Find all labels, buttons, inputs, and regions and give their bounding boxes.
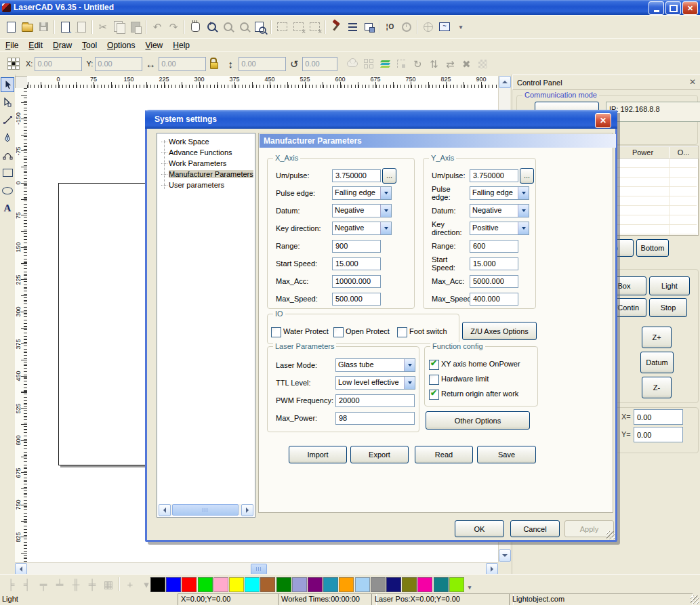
y-axis-datum-select[interactable]: Negative [470,204,529,217]
x-axis-start-speed-input[interactable]: 15.000 [332,257,381,270]
chevron-down-icon[interactable] [380,187,391,199]
chevron-down-icon[interactable] [518,205,529,217]
height-field[interactable]: 0.00 [239,57,286,71]
x-axis-max-speed-input[interactable]: 500.000 [332,293,381,306]
palette-color-swatch[interactable] [166,577,181,592]
chevron-down-icon[interactable] [404,359,415,371]
bottom-button[interactable]: Bottom [636,239,669,257]
control-panel-close-icon[interactable]: ✕ [688,77,697,87]
palette-color-swatch[interactable] [198,577,213,592]
import-icon[interactable]: → [57,18,73,36]
text-tool[interactable]: A [1,201,14,215]
pen-tool[interactable] [1,130,14,145]
menu-tool[interactable]: Tool [82,41,97,50]
zu-axes-options-button[interactable]: Z/U Axes Options [462,322,537,340]
tree-item-manufacturer-parameters[interactable]: Manufacturer Parameters [157,169,255,180]
dialog-title-bar[interactable]: System settings [145,110,617,129]
datum-button[interactable]: Datum [640,352,674,373]
chevron-down-icon[interactable] [518,222,529,234]
open-file-icon[interactable] [19,18,35,36]
horizontal-scrollbar[interactable] [15,562,498,575]
z-minus-button[interactable]: Z- [642,377,672,398]
palette-color-swatch[interactable] [260,577,275,592]
y-axis-max-speed-input[interactable]: 400.000 [470,293,518,306]
scroll-down-button[interactable] [499,549,511,562]
layer-list-icon[interactable] [344,18,361,36]
minimize-button[interactable] [648,1,664,15]
ip-address-field[interactable]: IP: 192.168.8.8 [606,102,700,122]
palette-color-swatch[interactable] [229,577,244,592]
ellipse-tool[interactable] [1,183,14,198]
tree-scroll-right[interactable] [241,504,253,516]
cancel-button[interactable]: Cancel [510,520,560,537]
palette-color-swatch[interactable] [417,577,432,592]
horizontal-scroll-thumb[interactable] [251,564,267,575]
menu-options[interactable]: Options [107,41,135,50]
tree-item-work-space[interactable]: Work Space [157,136,255,147]
other-options-button[interactable]: Other Options [426,411,530,430]
palette-color-swatch[interactable] [323,577,338,592]
chevron-down-icon[interactable] [380,205,391,217]
x-axis-um-pulse-more-button[interactable]: ... [382,168,396,184]
ok-button[interactable]: OK [455,520,504,537]
dialog-resize-grip[interactable] [606,531,615,539]
rectangle-tool[interactable] [1,165,14,180]
x-axis-um-pulse-input[interactable]: 3.750000 [332,169,381,182]
menu-draw[interactable]: Draw [53,41,72,50]
lock-ratio-icon[interactable] [206,55,222,72]
palette-color-swatch[interactable] [213,577,228,592]
palette-color-swatch[interactable] [245,577,260,592]
palette-color-swatch[interactable] [150,577,165,592]
palette-color-swatch[interactable] [182,577,197,592]
palette-color-swatch[interactable] [434,577,449,592]
x-axis-pulse-edge-select[interactable]: Falling edge [332,186,392,200]
palette-color-swatch[interactable] [339,577,354,592]
y-axis-um-pulse-input[interactable]: 3.750000 [470,169,518,182]
laser-pwm-frequency-input[interactable]: 20000 [335,394,415,407]
rotate-field[interactable]: 0.00 [302,57,337,71]
chevron-down-icon[interactable] [380,222,391,234]
x-axis-key-direction-select[interactable]: Negative [332,222,392,235]
read-button[interactable]: Read [415,446,473,463]
zoom-page-icon[interactable] [252,18,268,36]
light-button[interactable]: Light [649,276,690,295]
y-axis-range-input[interactable]: 600 [470,240,518,253]
water-protect-checkbox[interactable] [271,327,281,337]
import-button[interactable]: Import [289,446,347,463]
x-axis-datum-select[interactable]: Negative [332,204,392,217]
maximize-button[interactable] [665,1,681,15]
xy-axis-home-onpower-checkbox[interactable]: ✔ [429,360,439,370]
zoom-in-icon[interactable]: + [203,18,220,36]
menu-file[interactable]: File [5,41,18,50]
tree-scroll-thumb[interactable] [172,504,239,516]
menu-view[interactable]: View [145,41,163,50]
stop-button[interactable]: Stop [649,298,687,317]
y-coord-field[interactable]: 0.00 [95,57,142,71]
tree-item-advance-functions[interactable]: Advance Functions [157,147,255,158]
dialog-close-button[interactable]: ✕ [595,113,611,128]
anchor-grid-icon[interactable] [5,55,22,72]
open-protect-checkbox[interactable] [333,327,344,337]
z-plus-button[interactable]: Z+ [642,327,672,348]
y-axis-start-speed-input[interactable]: 15.000 [470,257,518,270]
layers-icon[interactable] [377,55,393,72]
laser-laser-mode-select[interactable]: Glass tube [335,358,415,372]
x-axis-range-input[interactable]: 900 [332,240,381,253]
palette-color-swatch[interactable] [371,577,386,592]
table-column-header[interactable]: Power [617,146,670,159]
palette-color-swatch[interactable] [355,577,370,592]
x-axis-max-acc-input[interactable]: 10000.000 [332,275,381,288]
palette-color-swatch[interactable] [449,577,464,592]
table-column-header[interactable]: O... [669,146,699,159]
node-join-icon[interactable] [361,18,377,36]
x-position-field[interactable]: 0.00 [634,409,683,425]
laser-ttl-level-select[interactable]: Low level effective [335,376,415,390]
pan-icon[interactable] [187,18,203,36]
scroll-up-button[interactable] [499,76,511,88]
palette-color-swatch[interactable] [292,577,307,592]
y-position-field[interactable]: 0.00 [634,427,683,442]
palette-color-swatch[interactable] [308,577,323,592]
save-button[interactable]: Save [477,446,536,463]
y-axis-um-pulse-more-button[interactable]: ... [520,168,534,184]
return-origin-after-work-checkbox[interactable]: ✔ [429,390,439,400]
